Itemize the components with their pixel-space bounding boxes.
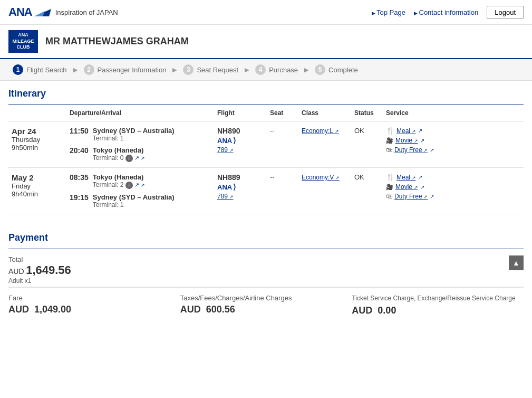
movie-link-1[interactable]: Movie <box>395 137 418 144</box>
meal-link-1[interactable]: Meal <box>396 127 416 135</box>
flight-2-flight-cell: NH889 ANA ⟩ 789 <box>214 168 267 214</box>
flight-1-duration: 9h50min <box>12 144 63 151</box>
flight-1-ana-logo: ANA ⟩ <box>217 136 264 145</box>
col-flight: Flight <box>214 105 267 121</box>
payment-section: Payment Total AUD 1,649.56 Adult x1 ▲ Fa… <box>8 225 524 323</box>
total-left: Total AUD 1,649.56 Adult x1 <box>8 255 71 285</box>
step-arrow-3: ▶ <box>245 67 249 73</box>
step-4-purchase[interactable]: 4 Purchase <box>251 59 302 80</box>
col-class: Class <box>298 105 351 121</box>
ana-logo: ANA <box>8 5 51 19</box>
step-5-num: 5 <box>315 64 325 75</box>
flight-1-route-cell: 11:50 Sydney (SYD – Australia) Terminal:… <box>66 121 214 168</box>
top-page-link[interactable]: Top Page <box>372 8 405 16</box>
flight-2-arrive-city: Sydney (SYD – Australia) <box>93 193 175 201</box>
flight-1-class-link[interactable]: Economy:L <box>302 127 339 135</box>
col-service: Service <box>383 105 524 121</box>
step-4-num: 4 <box>255 64 266 75</box>
contact-link[interactable]: Contact information <box>414 8 478 16</box>
flight-2-class-link[interactable]: Economy:V <box>302 174 340 181</box>
flight-2-ana-logo: ANA ⟩ <box>217 183 264 191</box>
flight-1-services: 🍴 Meal ↗ 🎥 Movie ↗ 🛍 Duty Free ↗ <box>386 127 520 154</box>
ticket-currency: AUD <box>352 305 372 316</box>
step-5-complete[interactable]: 5 Complete <box>311 59 362 80</box>
step-3-seat[interactable]: 3 Seat Request <box>179 59 243 80</box>
ana-tagline: Inspiration of JAPAN <box>55 8 118 16</box>
header-left: ANA Inspiration of JAPAN <box>8 5 118 19</box>
service-movie-2: 🎥 Movie ↗ <box>386 183 520 191</box>
flight-2-seat-cell: -- <box>267 168 298 214</box>
progress-steps: 1 Flight Search ▶ 2 Passenger Informatio… <box>0 59 532 81</box>
main-content: Itinerary Departure/Arrival Flight Seat … <box>0 81 532 323</box>
flight-1-num: NH890 <box>217 127 264 135</box>
dutyfree-ext-icon: ↗ <box>430 147 434 153</box>
meal-ext-icon-2: ↗ <box>418 174 422 180</box>
flight-1-depart-time: 11:50 <box>70 127 89 142</box>
taxes-currency: AUD <box>180 304 201 315</box>
flight-2-status-cell: OK <box>351 168 383 214</box>
dutyfree-link-1[interactable]: Duty Free <box>394 146 428 154</box>
step-arrow-2: ▶ <box>172 67 177 73</box>
fork-icon-2: 🍴 <box>386 173 394 181</box>
taxes-value: 600.56 <box>206 304 235 315</box>
ticket-column: Ticket Service Charge, Exchange/Reissue … <box>352 294 524 316</box>
col-status: Status <box>351 105 383 121</box>
step-3-num: 3 <box>183 64 194 75</box>
ticket-value: 0.00 <box>378 305 396 316</box>
header: ANA Inspiration of JAPAN Top Page Contac… <box>0 0 532 25</box>
meal-link-2[interactable]: Meal <box>396 174 416 181</box>
flight-2-aircraft-link[interactable]: 789 <box>217 193 234 200</box>
step-1-flight-search[interactable]: 1 Flight Search <box>8 59 71 80</box>
header-right: Top Page Contact information Logout <box>372 6 524 19</box>
flight-2-num: NH889 <box>217 173 264 182</box>
logout-button[interactable]: Logout <box>487 6 524 19</box>
movie-icon-2: 🎥 <box>386 184 393 191</box>
service-dutyfree-2: 🛍 Duty Free ↗ <box>386 193 520 200</box>
total-currency: AUD <box>8 267 24 276</box>
fare-column: Fare AUD 1,049.00 <box>8 294 180 316</box>
dutyfree-ext-icon-2: ↗ <box>430 194 434 200</box>
itinerary-header-row: Departure/Arrival Flight Seat Class Stat… <box>8 105 524 121</box>
service-dutyfree-1: 🛍 Duty Free ↗ <box>386 146 520 154</box>
mileage-bar: ANAMILEAGECLUB MR MATTHEWJAMES GRAHAM <box>0 25 532 59</box>
total-amount-row: AUD 1,649.56 <box>8 263 71 277</box>
flight-2-arrive-terminal: Terminal: 1 <box>93 201 175 209</box>
fork-icon: 🍴 <box>386 127 394 135</box>
flight-1-arrive-city: Tokyo (Haneda) <box>93 146 145 154</box>
movie-ext-icon: ↗ <box>420 138 424 144</box>
flight-1-day: Thursday <box>12 136 63 144</box>
total-row: Total AUD 1,649.56 Adult x1 ▲ <box>8 249 524 287</box>
flight-1-aircraft-link[interactable]: 789 <box>217 146 234 154</box>
step-2-label: Passenger Information <box>98 66 167 74</box>
step-1-num: 1 <box>13 64 23 75</box>
fare-currency: AUD <box>8 304 29 315</box>
dutyfree-link-2[interactable]: Duty Free <box>394 193 428 200</box>
fare-value: 1,049.00 <box>34 304 71 315</box>
flight-1-arrive-terminal: Terminal: 0 i ↗ <box>93 154 145 162</box>
total-amount: 1,649.56 <box>26 263 71 277</box>
collapse-button[interactable]: ▲ <box>509 255 524 270</box>
terminal-ext-link-2[interactable]: ↗ <box>134 182 145 188</box>
terminal-ext-link[interactable]: ↗ <box>134 155 145 161</box>
ana-wing-icon <box>34 7 51 17</box>
flight-2-date-cell: May 2 Friday 9h40min <box>8 168 66 214</box>
meal-ext-icon: ↗ <box>418 128 422 134</box>
flight-1-status: OK <box>354 127 364 135</box>
step-2-passenger[interactable]: 2 Passenger Information <box>80 59 171 80</box>
ticket-amount: AUD 0.00 <box>352 305 524 316</box>
table-row: May 2 Friday 9h40min 08:35 Tokyo (Haneda… <box>8 168 524 214</box>
terminal-info-icon-2[interactable]: i <box>125 182 133 189</box>
flight-2-duration: 9h40min <box>12 190 63 198</box>
step-1-label: Flight Search <box>26 66 67 74</box>
flight-2-service-cell: 🍴 Meal ↗ 🎥 Movie ↗ 🛍 Duty Free ↗ <box>383 168 524 214</box>
movie-link-2[interactable]: Movie <box>395 183 418 191</box>
flight-2-arrive-time: 19:15 <box>70 193 89 209</box>
flight-2-seat: -- <box>270 173 275 181</box>
flight-2-day: Friday <box>12 182 63 190</box>
flight-2-depart-terminal: Terminal: 2 i ↗ <box>93 181 145 189</box>
service-movie-1: 🎥 Movie ↗ <box>386 137 520 144</box>
step-5-label: Complete <box>328 66 358 74</box>
flight-2-route-cell: 08:35 Tokyo (Haneda) Terminal: 2 i ↗ 19:… <box>66 168 214 214</box>
terminal-info-icon[interactable]: i <box>125 155 133 162</box>
service-meal-1: 🍴 Meal ↗ <box>386 127 520 135</box>
